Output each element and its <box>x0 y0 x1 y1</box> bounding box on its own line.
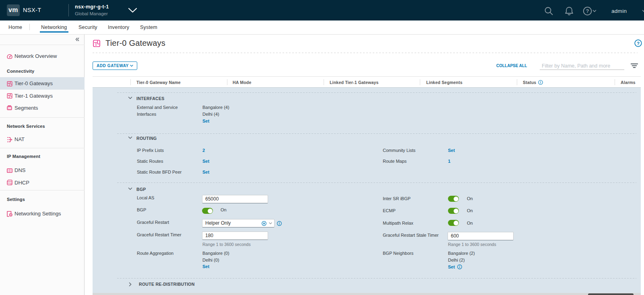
svg-text:?: ? <box>586 8 589 14</box>
svg-text:?: ? <box>637 41 640 46</box>
